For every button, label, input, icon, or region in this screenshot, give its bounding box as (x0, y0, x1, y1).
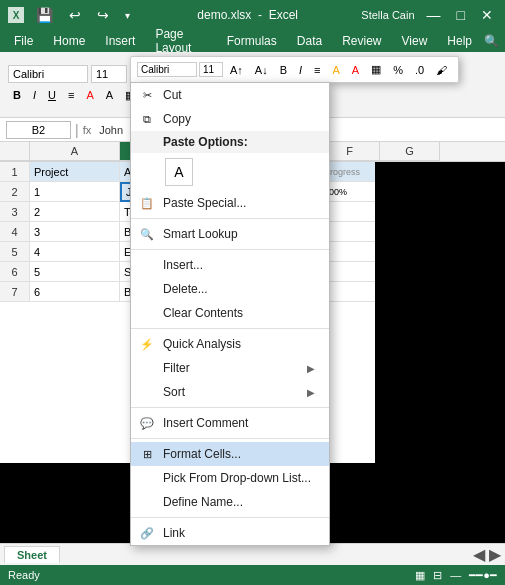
mini-decimal-btn[interactable]: .0 (410, 61, 429, 79)
paste-icon: A (174, 164, 183, 180)
mini-decrease-font[interactable]: A↓ (250, 61, 273, 79)
paste-options-header: Paste Options: (131, 131, 329, 153)
ctx-paste-special[interactable]: 📋 Paste Special... (131, 191, 329, 215)
separator-2 (131, 249, 329, 250)
separator-6 (131, 517, 329, 518)
dropdown-icon (139, 470, 155, 486)
mini-bold-btn[interactable]: B (275, 61, 292, 79)
separator-5 (131, 438, 329, 439)
separator-4 (131, 407, 329, 408)
ctx-sort[interactable]: Sort ▶ (131, 380, 329, 404)
cut-icon: ✂ (139, 87, 155, 103)
clear-icon (139, 305, 155, 321)
ctx-clear-contents[interactable]: Clear Contents (131, 301, 329, 325)
ctx-pick-dropdown[interactable]: Pick From Drop-down List... (131, 466, 329, 490)
mini-border-btn[interactable]: ▦ (366, 60, 386, 79)
copy-icon: ⧉ (139, 111, 155, 127)
separator-3 (131, 328, 329, 329)
delete-icon (139, 281, 155, 297)
mini-align-btn[interactable]: ≡ (309, 61, 325, 79)
ctx-define-name[interactable]: Define Name... (131, 490, 329, 514)
comment-icon: 💬 (139, 415, 155, 431)
ctx-smart-lookup[interactable]: 🔍 Smart Lookup (131, 222, 329, 246)
ctx-format-cells[interactable]: ⊞ Format Cells... (131, 442, 329, 466)
mini-font-name[interactable] (137, 62, 197, 77)
format-cells-icon: ⊞ (139, 446, 155, 462)
mini-font-size[interactable] (199, 62, 223, 77)
mini-increase-font[interactable]: A↑ (225, 61, 248, 79)
ctx-link[interactable]: 🔗 Link (131, 521, 329, 545)
ctx-insert[interactable]: Insert... (131, 253, 329, 277)
ctx-cut[interactable]: ✂ Cut (131, 83, 329, 107)
ctx-filter[interactable]: Filter ▶ (131, 356, 329, 380)
mini-percent-btn[interactable]: % (388, 61, 408, 79)
paste-icon-btn[interactable]: A (165, 158, 193, 186)
mini-highlight-btn[interactable]: A (328, 61, 345, 79)
sort-arrow: ▶ (307, 387, 315, 398)
smart-lookup-icon: 🔍 (139, 226, 155, 242)
mini-italic-btn[interactable]: I (294, 61, 307, 79)
insert-icon (139, 257, 155, 273)
ctx-copy[interactable]: ⧉ Copy (131, 107, 329, 131)
filter-arrow: ▶ (307, 363, 315, 374)
separator-1 (131, 218, 329, 219)
ctx-insert-comment[interactable]: 💬 Insert Comment (131, 411, 329, 435)
link-icon: 🔗 (139, 525, 155, 541)
context-menu-overlay: A↑ A↓ B I ≡ A A ▦ % .0 🖌 ✂ Cut ⧉ Copy Pa… (0, 0, 505, 585)
sort-icon (139, 384, 155, 400)
mini-toolbar: A↑ A↓ B I ≡ A A ▦ % .0 🖌 (130, 56, 459, 83)
paste-special-icon: 📋 (139, 195, 155, 211)
context-menu: ✂ Cut ⧉ Copy Paste Options: A 📋 Paste Sp… (130, 82, 330, 546)
mini-paint-btn[interactable]: 🖌 (431, 61, 452, 79)
quick-analysis-icon: ⚡ (139, 336, 155, 352)
ctx-delete[interactable]: Delete... (131, 277, 329, 301)
mini-font-color-btn[interactable]: A (347, 61, 364, 79)
define-name-icon (139, 494, 155, 510)
paste-options-row: A (131, 153, 329, 191)
ctx-quick-analysis[interactable]: ⚡ Quick Analysis (131, 332, 329, 356)
filter-icon (139, 360, 155, 376)
